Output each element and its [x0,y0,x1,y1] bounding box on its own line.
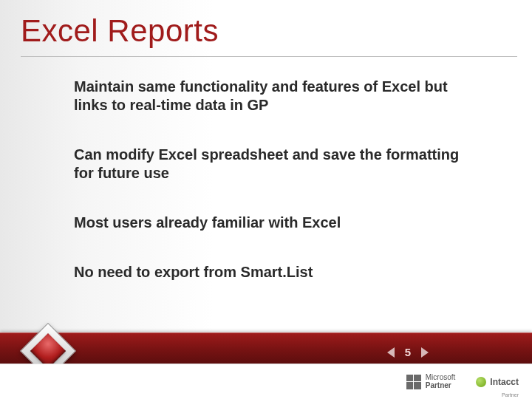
footer: Microsoft Partner Intacct Partner [0,364,532,399]
ms-line2: Partner [426,382,456,390]
microsoft-logo-icon [406,375,421,389]
microsoft-partner-text: Microsoft Partner [426,374,456,389]
intacct-logo-icon [476,377,486,387]
prev-arrow-icon[interactable] [387,347,395,358]
next-arrow-icon[interactable] [421,347,429,358]
intacct-sub: Partner [502,392,519,398]
slide-title: Excel Reports [21,13,219,49]
intacct-name: Intacct [490,377,519,387]
microsoft-partner-badge: Microsoft Partner [406,374,456,389]
ms-line1: Microsoft [426,374,456,382]
page-number: 5 [405,346,411,358]
content-area: Maintain same functionality and features… [74,78,473,313]
accent-band [0,332,532,364]
slide: Excel Reports Maintain same functionalit… [0,0,532,399]
pager: 5 [387,346,429,358]
title-underline [21,56,517,57]
bullet-item: No need to export from Smart.List [74,263,473,282]
bullet-item: Can modify Excel spreadsheet and save th… [74,146,473,183]
intacct-badge: Intacct [476,377,519,387]
bullet-item: Most users already familiar with Excel [74,214,473,232]
bullet-item: Maintain same functionality and features… [74,78,473,115]
